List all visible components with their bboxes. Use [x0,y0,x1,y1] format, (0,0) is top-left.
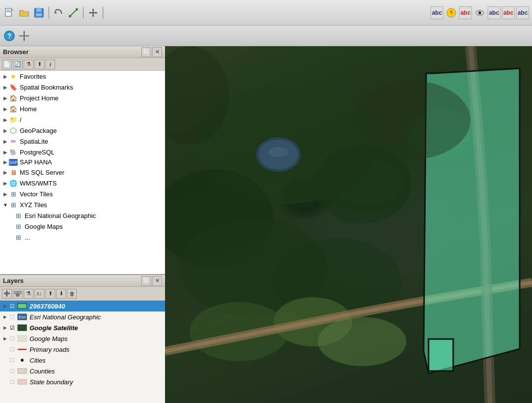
layers-up-icon[interactable]: ⬆ [45,289,55,299]
cities-arrow-icon [2,357,8,363]
wms-label: WMS/WMTS [20,180,57,187]
browser-title: Browser [3,48,29,56]
layers-add-icon[interactable]: ➕ [2,289,12,299]
svg-rect-5 [36,8,41,12]
browser-collapse-icon[interactable]: ⬆ [34,60,44,69]
pan-icon[interactable] [87,6,100,19]
open-project-icon[interactable] [18,6,31,19]
browser-item-esri-natgeo[interactable]: ⊞ Esri National Geographic [0,210,165,221]
browser-refresh-icon[interactable]: 🔄 [13,60,23,69]
layer-item-esri-natgeo[interactable]: ▶ ☐ Esri Esri National Geographic [0,311,165,322]
browser-item-bookmarks[interactable]: ▶ 🔖 Spatial Bookmarks [0,82,165,93]
geopackage-arrow-icon: ▶ [2,127,9,134]
label-color-icon[interactable] [445,6,458,19]
parcel-layer-check-icon[interactable]: ☑ [9,303,16,310]
layer-item-parcel[interactable]: ▶ ☑ 2963760840 [0,301,165,311]
browser-item-sap-hana[interactable]: ▶ SAP SAP HANA [0,157,165,167]
layers-title: Layers [3,277,24,284]
svg-point-17 [478,11,481,14]
google-maps-layer-icon [17,335,28,342]
browser-item-postgresql[interactable]: ▶ 🐘 PostgreSQL [0,147,165,157]
parcel-layer-arrow-icon: ▶ [2,303,8,309]
map-tips-icon[interactable]: ? [3,30,16,42]
undo-icon[interactable] [52,6,65,19]
mssql-label: MS SQL Server [20,169,65,176]
browser-item-more[interactable]: ⊞ ... [0,232,165,243]
layers-toolbar: ➕ ⚗ ε↓ ⬆ ⬇ 🗑 [0,287,165,301]
browser-new-icon[interactable]: 📄 [2,60,12,69]
browser-tree[interactable]: ▶ ★ Favorites ▶ 🔖 Spatial Bookmarks ▶ 🏠 … [0,71,165,274]
counties-arrow-icon [2,368,8,374]
layers-remove-icon[interactable]: 🗑 [67,289,77,299]
layer-item-primary-roads[interactable]: ☐ Primary roads [0,344,165,355]
favorites-arrow-icon: ▶ [2,73,9,80]
layers-list[interactable]: ▶ ☑ 2963760840 ▶ ☐ Esri Esri National Ge… [0,301,165,403]
browser-controls: ⬜ ✕ [141,47,162,57]
browser-item-google-maps[interactable]: ⊞ Google Maps [0,221,165,232]
browser-item-favorites[interactable]: ▶ ★ Favorites [0,71,165,82]
save-project-icon[interactable] [33,6,45,19]
browser-item-project-home[interactable]: ▶ 🏠 Project Home [0,93,165,103]
browser-item-mssql[interactable]: ▶ 🖥 MS SQL Server [0,167,165,178]
toolbar-separator [48,7,49,19]
counties-icon [17,368,28,374]
bookmarks-arrow-icon: ▶ [2,84,9,91]
state-arrow-icon [2,379,8,385]
browser-item-wms[interactable]: ▶ 🌐 WMS/WMTS [0,178,165,188]
label-tool2-icon[interactable]: abc [459,6,472,19]
browser-info-icon[interactable]: i [45,60,55,69]
layers-float-button[interactable]: ⬜ [141,276,151,286]
layer-item-google-sat[interactable]: ▶ ☑ Google Satellite [0,322,165,333]
google-maps-check-icon[interactable]: ☐ [9,335,16,342]
layer-item-state-boundary[interactable]: ☐ State boundary [0,376,165,387]
project-home-icon: 🏠 [9,93,18,102]
vector-tiles-icon: ⊞ [9,189,18,198]
state-check-icon[interactable]: ☐ [9,378,16,385]
layer-item-cities[interactable]: ☐ Cities [0,355,165,366]
sap-icon: SAP [9,159,18,166]
layers-close-button[interactable]: ✕ [152,276,162,286]
svg-rect-29 [18,336,27,341]
browser-item-vector-tiles[interactable]: ▶ ⊞ Vector Tiles [0,188,165,199]
layer-item-google-maps[interactable]: ▶ ☐ Google Maps [0,333,165,344]
digitize-icon[interactable] [67,6,80,19]
google-sat-check-icon[interactable]: ☑ [9,324,16,331]
label-tool4-icon[interactable]: abc [502,6,515,19]
browser-close-button[interactable]: ✕ [152,47,162,57]
svg-marker-12 [92,15,94,17]
svg-rect-2 [6,10,10,11]
browser-float-button[interactable]: ⬜ [141,47,151,57]
spatialite-icon: ✏ [9,137,18,146]
map-area[interactable] [165,46,532,403]
browser-item-spatialite[interactable]: ▶ ✏ SpatiaLite [0,136,165,147]
layers-filter2-icon[interactable]: ε↓ [34,289,44,299]
esri-layer-check-icon[interactable]: ☐ [9,313,16,320]
browser-item-root[interactable]: ▶ 📁 / [0,114,165,125]
svg-marker-1 [11,8,13,10]
label-eye-icon[interactable] [473,6,486,19]
xyz-label: XYZ Tiles [20,201,47,209]
postgresql-arrow-icon: ▶ [2,149,9,155]
browser-filter-icon[interactable]: ⚗ [24,60,33,69]
browser-item-geopackage[interactable]: ▶ ⬡ GeoPackage [0,125,165,136]
cities-check-icon[interactable]: ☐ [9,357,16,364]
new-project-icon[interactable] [3,6,16,19]
counties-check-icon[interactable]: ☐ [9,368,16,374]
primary-roads-check-icon[interactable]: ☐ [9,346,16,353]
wms-icon: 🌐 [9,179,18,187]
browser-item-xyz-tiles[interactable]: ▼ ⊞ XYZ Tiles [0,199,165,210]
xyz-arrow-icon: ▼ [2,201,9,208]
label-tool1-icon[interactable]: abc [431,6,443,19]
label-tool5-icon[interactable]: abc [516,6,529,19]
label-tool3-icon[interactable]: abc [488,6,500,19]
layers-group-icon[interactable] [13,289,23,299]
layers-filter-icon[interactable]: ⚗ [24,289,33,299]
browser-item-home[interactable]: ▶ 🏠 Home [0,103,165,114]
pan2-icon[interactable] [18,30,31,42]
layer-item-counties[interactable]: ☐ Counties [0,366,165,376]
sap-arrow-icon: ▶ [2,159,9,166]
layers-header: Layers ⬜ ✕ [0,275,165,287]
svg-rect-3 [6,11,11,12]
layers-down-icon[interactable]: ⬇ [56,289,66,299]
counties-label: Counties [30,368,55,375]
